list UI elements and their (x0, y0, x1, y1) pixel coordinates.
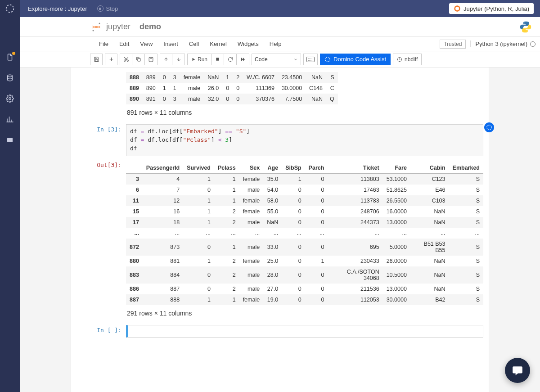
code-cell-3[interactable]: df = df.loc[df["Embarked"] == "S"] df = … (126, 124, 483, 156)
code-cell-empty[interactable] (126, 325, 483, 338)
environment-chip[interactable]: Jupyter (Python, R, Julia) (449, 3, 534, 14)
table-row: .................................... (126, 228, 483, 239)
dataframe-output-3: PassengerIdSurvivedPclassSexAgeSibSpParc… (126, 162, 483, 305)
settings-icon[interactable] (6, 95, 14, 103)
menu-edit[interactable]: Edit (114, 41, 135, 47)
svg-rect-14 (216, 58, 219, 60)
chevron-down-icon (293, 57, 298, 62)
clock-icon (397, 57, 402, 62)
svg-point-6 (99, 23, 100, 24)
copy-button[interactable] (132, 54, 145, 65)
column-header: Embarked (449, 162, 483, 174)
svg-rect-13 (150, 57, 152, 58)
cut-button[interactable] (120, 54, 132, 65)
dataframe-shape: 891 rows × 11 columns (126, 106, 483, 121)
column-header: Age (263, 162, 282, 174)
menu-help[interactable]: Help (264, 41, 287, 47)
save-button[interactable] (90, 54, 103, 65)
workspace-tab[interactable]: Explore-more : Jupyter (26, 0, 89, 17)
svg-rect-3 (7, 138, 13, 142)
column-header: Fare (383, 162, 410, 174)
stop-button[interactable]: Stop (97, 5, 118, 12)
menu-file[interactable]: File (94, 41, 114, 47)
restart-button[interactable] (224, 54, 237, 65)
command-palette-button[interactable] (303, 54, 318, 65)
notebook-area[interactable]: 88888903femaleNaN12W./C. 660723.4500NaNS… (20, 68, 540, 392)
chat-fab[interactable] (505, 358, 530, 383)
menubar: File Edit View Insert Cell Kernel Widget… (20, 37, 540, 51)
svg-point-1 (8, 75, 13, 77)
interrupt-button[interactable] (212, 54, 224, 65)
table-row: 88788811female19.00011205330.0000B42S (126, 294, 483, 305)
dataframe-shape-3: 291 rows × 11 columns (126, 307, 483, 321)
menu-cell[interactable]: Cell (184, 41, 204, 47)
kernel-status-icon (530, 41, 536, 47)
column-header: Cabin (410, 162, 449, 174)
table-row: 88688702male27.00021153613.0000NaNS (126, 284, 483, 294)
table-row: 171812maleNaN0024437313.0000NaNS (126, 217, 483, 228)
restart-run-all-button[interactable] (237, 54, 249, 65)
column-header: Ticket (328, 162, 382, 174)
stop-icon (97, 5, 104, 12)
run-button[interactable]: Run (187, 54, 212, 65)
data-icon[interactable] (6, 74, 14, 82)
topbar: Explore-more : Jupyter Stop Jupyter (Pyt… (20, 0, 540, 17)
domino-code-assist-button[interactable]: Domino Code Assist (320, 54, 391, 65)
notebook-title[interactable]: jupyter demo (106, 22, 161, 32)
table-row: 88888903femaleNaN12W./C. 660723.4500NaNS (126, 72, 338, 83)
table-row: 88388402male28.000C.A./SOTON 3406810.500… (126, 266, 483, 284)
out-prompt: Out[3]: (76, 160, 126, 321)
column-header: PassengerId (143, 162, 183, 174)
in-prompt: In [3]: (76, 124, 126, 156)
table-row: 151612female55.00024870616.0000NaNS (126, 206, 483, 217)
menu-kernel[interactable]: Kernel (204, 41, 232, 47)
table-row: 3411female35.01011380353.1000C123S (126, 173, 483, 185)
column-header: SibSp (282, 162, 305, 174)
svg-point-9 (526, 30, 527, 31)
svg-point-0 (6, 5, 14, 13)
paste-button[interactable] (145, 54, 158, 65)
jupyter-logo-icon (91, 22, 102, 32)
toolbar: Run Code Domino Code Assist nbdiff (20, 51, 540, 68)
table-row: 111211female58.00011378326.5500C103S (126, 195, 483, 206)
chart-icon[interactable] (6, 115, 14, 123)
spinner-icon (324, 56, 331, 63)
table-row: 87287301male33.0006955.0000B51 B53 B55S (126, 239, 483, 256)
menu-view[interactable]: View (135, 41, 158, 47)
domino-logo-icon (5, 4, 15, 14)
svg-point-17 (487, 125, 492, 130)
table-row: 6701male54.0001746351.8625E46S (126, 185, 483, 195)
svg-rect-12 (138, 59, 140, 61)
svg-point-8 (523, 23, 524, 23)
in-prompt-empty: In [ ]: (76, 325, 126, 338)
menu-insert[interactable]: Insert (158, 41, 184, 47)
column-header: Parch (305, 162, 328, 174)
table-row: 88989011male26.00011136930.0000C148C (126, 83, 338, 94)
trusted-badge[interactable]: Trusted (440, 40, 466, 49)
column-header: Pclass (214, 162, 239, 174)
move-up-button[interactable] (160, 54, 172, 65)
files-icon[interactable] (6, 53, 14, 61)
python-logo-icon (519, 21, 532, 33)
move-down-button[interactable] (172, 54, 185, 65)
notebook-header: jupyter demo (20, 17, 540, 37)
jupyter-icon (454, 5, 461, 12)
nbdiff-button[interactable]: nbdiff (393, 54, 422, 65)
table-row: 88088112female25.00123043326.0000NaNS (126, 256, 483, 266)
dataframe-output-partial: 88888903femaleNaN12W./C. 660723.4500NaNS… (126, 72, 338, 104)
menu-widgets[interactable]: Widgets (232, 41, 264, 47)
cell-type-select[interactable]: Code (252, 54, 301, 65)
svg-point-2 (9, 98, 11, 100)
left-sidebar (0, 0, 20, 392)
table-row: 89089103male32.0003703767.7500NaNQ (126, 94, 338, 104)
svg-point-15 (325, 57, 330, 62)
code-assist-cell-icon[interactable] (484, 122, 494, 132)
svg-point-5 (455, 7, 459, 10)
panel-icon[interactable] (6, 136, 14, 144)
column-header: Survived (183, 162, 214, 174)
column-header: Sex (239, 162, 264, 174)
svg-point-7 (93, 30, 94, 31)
kernel-indicator[interactable]: Python 3 (ipykernel) (470, 41, 536, 47)
chat-icon (512, 365, 523, 376)
add-cell-button[interactable] (105, 54, 117, 65)
